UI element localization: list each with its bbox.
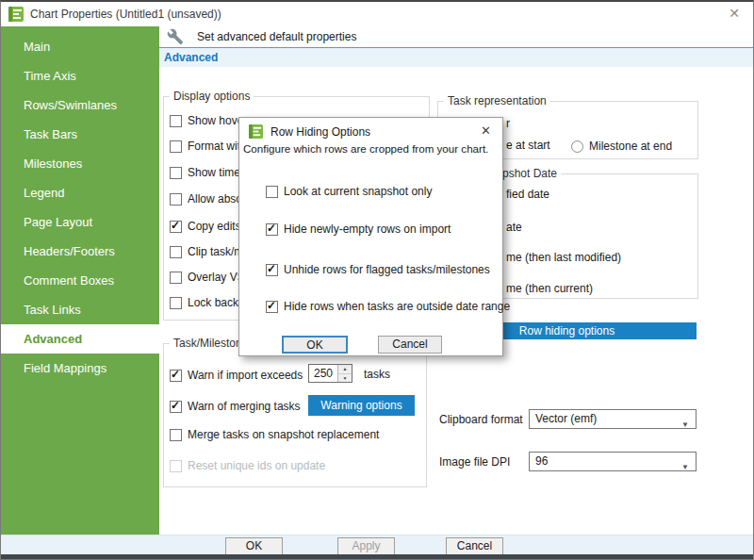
checkbox-row: Lock backg [170, 295, 245, 310]
chart-properties-dialog: Chart Properties (Untitled1 (unsaved)) ✕… [0, 0, 754, 560]
sidebar-item-task-bars[interactable]: Task Bars [1, 120, 159, 149]
sidebar-item-field-mappings[interactable]: Field Mappings [1, 354, 159, 383]
snapshot-option-fragment: ate [506, 221, 522, 234]
tool-header: Set advanced default properties [159, 26, 754, 47]
section-header: Advanced [159, 47, 754, 67]
checkbox-label: Warn if import exceeds [188, 369, 303, 382]
warn-import-row: Warn if import exceeds [170, 368, 303, 383]
task-representation-title: Task representation [444, 94, 550, 107]
sidebar-item-milestones[interactable]: Milestones [1, 149, 159, 178]
modal-title-bar: Row Hiding Options [249, 124, 370, 139]
sidebar-nav: Main Time Axis Rows/Swimlanes Task Bars … [1, 26, 159, 535]
stepper-down-icon[interactable]: ▼ [338, 374, 352, 383]
checkbox[interactable] [170, 401, 182, 413]
checkbox[interactable] [170, 272, 182, 284]
window-close-icon[interactable]: ✕ [729, 6, 740, 21]
clipboard-format-dropdown[interactable]: Vector (emf) ▼ [529, 409, 697, 429]
modal-checkbox-row: Unhide rows for flagged tasks/milestones [266, 262, 490, 277]
checkbox[interactable] [266, 186, 278, 198]
bottom-strip [1, 554, 753, 560]
warn-merge-row: Warn of merging tasks [170, 399, 301, 414]
title-bar: Chart Properties (Untitled1 (unsaved)) ✕ [1, 2, 753, 26]
chevron-down-icon: ▼ [681, 458, 689, 476]
clipboard-format-label: Clipboard format [439, 413, 523, 426]
sidebar-item-legend[interactable]: Legend [1, 178, 159, 207]
checkbox-label: Lock backg [188, 296, 245, 309]
hidden-label-fragment: r [506, 117, 510, 130]
checkbox-label: Hide rows when tasks are outside date ra… [284, 300, 510, 313]
modal-checkbox-row: Hide rows when tasks are outside date ra… [266, 299, 510, 314]
clipboard-format-value: Vector (emf) [535, 412, 597, 425]
checkbox[interactable] [170, 140, 182, 153]
checkbox[interactable] [170, 370, 182, 382]
modal-subtitle: Configure which rows are cropped from yo… [243, 142, 488, 155]
snapshot-option-fragment: fied date [506, 188, 549, 201]
snapshot-date-title-fragment: pshot Date [499, 167, 561, 180]
display-options-title: Display options [170, 90, 254, 103]
snapshot-option-fragment: me (then last modified) [506, 251, 621, 264]
checkbox-label: Look at current snapshot only [284, 185, 432, 198]
stepper-up-icon[interactable]: ▲ [338, 365, 352, 374]
section-title: Advanced [164, 51, 218, 64]
app-icon [8, 7, 24, 22]
modal-cancel-button[interactable]: Cancel [378, 336, 442, 354]
modal-ok-button[interactable]: OK [282, 336, 348, 354]
warning-options-button[interactable]: Warning options [308, 395, 415, 416]
image-dpi-dropdown[interactable]: 96 ▼ [529, 452, 697, 471]
sidebar-item-page-layout[interactable]: Page Layout [1, 207, 159, 237]
radio-label: Milestone at end [589, 140, 672, 153]
sidebar-item-advanced[interactable]: Advanced [1, 324, 159, 354]
checkbox-label: Warn of merging tasks [188, 400, 301, 413]
checkbox[interactable] [266, 223, 278, 236]
checkbox-label: Merge tasks on snapshot replacement [188, 428, 379, 441]
import-limit-value: 250 [309, 365, 337, 382]
apply-button[interactable]: Apply [337, 537, 395, 555]
stepper-arrows[interactable]: ▲▼ [337, 365, 352, 382]
row-hiding-options-modal: Row Hiding Options ✕ Configure which row… [238, 117, 503, 356]
checkbox-label: Hide newly-empty rows on import [284, 222, 451, 236]
tool-header-text: Set advanced default properties [197, 30, 356, 43]
reset-ids-row: Reset unique ids on update [170, 458, 325, 473]
checkbox-label: Allow absor [188, 192, 246, 206]
modal-checkbox-row: Hide newly-empty rows on import [266, 222, 451, 237]
checkbox-label: Show hove [188, 114, 243, 127]
checkbox-row: Show hove [170, 113, 243, 128]
checkbox-row: Copy edits t [170, 219, 247, 234]
checkbox-disabled [170, 460, 182, 472]
sidebar-item-time-axis[interactable]: Time Axis [1, 61, 159, 91]
chevron-down-icon: ▼ [681, 416, 689, 434]
checkbox-row: Format with [170, 139, 247, 154]
checkbox-label: Unhide rows for flagged tasks/milestones [284, 263, 490, 276]
checkbox[interactable] [170, 429, 182, 441]
checkbox[interactable] [266, 301, 278, 313]
sidebar-item-rows-swimlanes[interactable]: Rows/Swimlanes [1, 91, 159, 120]
sidebar-item-headers-footers[interactable]: Headers/Footers [1, 237, 159, 266]
milestone-at-end-radio[interactable] [571, 140, 583, 153]
modal-title: Row Hiding Options [270, 125, 370, 139]
checkbox-row: Allow absor [170, 191, 246, 206]
sidebar-item-comment-boxes[interactable]: Comment Boxes [1, 266, 159, 295]
sidebar-item-task-links[interactable]: Task Links [1, 295, 159, 324]
checkbox[interactable] [170, 221, 182, 233]
checkbox[interactable] [170, 167, 182, 179]
app-icon [249, 124, 263, 139]
modal-close-icon[interactable]: ✕ [481, 124, 491, 138]
checkbox-row: Overlay VS [170, 270, 245, 285]
hidden-label-fragment: e at start [506, 139, 550, 152]
cancel-button[interactable]: Cancel [446, 537, 503, 555]
modal-checkbox-row: Look at current snapshot only [266, 184, 432, 199]
checkbox[interactable] [170, 246, 182, 258]
import-limit-suffix: tasks [364, 368, 390, 381]
checkbox[interactable] [170, 193, 182, 206]
snapshot-option-fragment: me (then current) [506, 282, 593, 295]
image-dpi-label: Image file DPI [439, 455, 510, 469]
checkbox[interactable] [170, 297, 182, 309]
checkbox-label: Overlay VS [188, 271, 245, 284]
checkbox[interactable] [266, 264, 278, 276]
checkbox[interactable] [170, 115, 182, 127]
wrench-icon [167, 28, 184, 45]
checkbox-label: Clip task/mi [188, 245, 246, 258]
import-limit-stepper[interactable]: 250 ▲▼ [308, 364, 352, 383]
ok-button[interactable]: OK [225, 537, 283, 555]
sidebar-item-main[interactable]: Main [1, 32, 159, 61]
